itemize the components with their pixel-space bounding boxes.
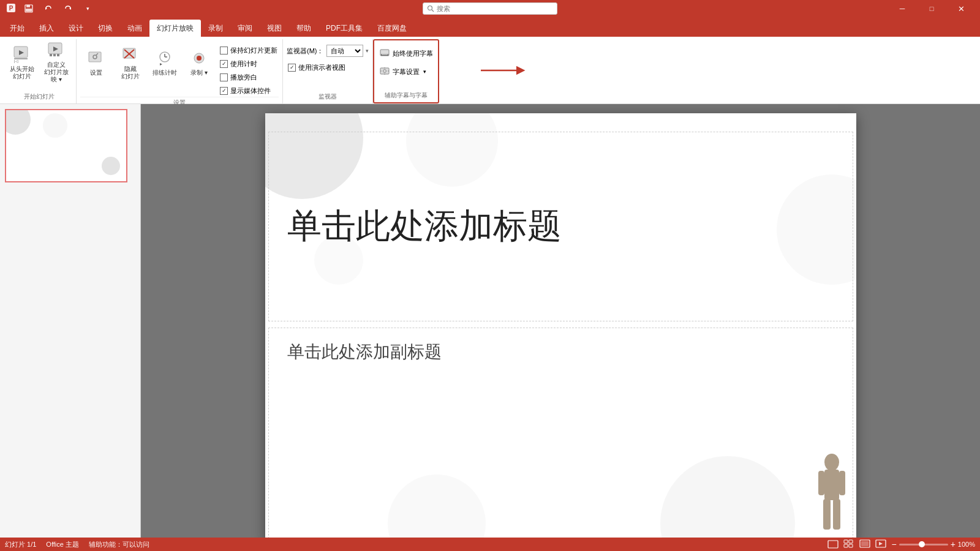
tab-slideshow[interactable]: 幻灯片放映 [149,20,201,37]
hide-slide-icon [121,45,140,64]
monitor-select[interactable]: 自动 [326,45,363,57]
svg-rect-49 [849,540,853,543]
reading-view-btn[interactable] [859,539,870,549]
cb-use-timing-label: 使用计时 [230,59,257,69]
svg-rect-48 [844,540,848,543]
tab-animation[interactable]: 动画 [120,20,149,37]
svg-rect-53 [861,541,869,546]
tab-design[interactable]: 设计 [61,20,91,37]
svg-point-41 [824,454,839,471]
tab-record[interactable]: 录制 [201,20,230,37]
maximize-btn[interactable]: □ [918,0,946,17]
cb-play-narration-box [220,73,228,81]
zoom-track[interactable] [899,544,948,545]
setup-checkboxes: 保持幻灯片更新 使用计时 播放旁白 显示媒体控件 [219,42,279,97]
subtitle-settings-label: 字幕设置 [393,67,420,77]
zoom-slider[interactable]: − + 100% [891,539,975,549]
search-bar[interactable] [423,2,557,15]
svg-rect-18 [89,52,101,62]
cb-use-timing-box [220,60,228,68]
cb-presenter-view-label: 使用演示者视图 [298,63,345,72]
cb-keep-updated-label: 保持幻灯片更新 [230,46,277,55]
slide-title-box[interactable]: 单击此处添加标题 [268,132,853,321]
svg-rect-47 [828,541,838,548]
svg-rect-3 [26,5,30,7]
tab-help[interactable]: 帮助 [289,20,318,37]
minimize-btn[interactable]: ─ [888,0,916,17]
slide-count: 幻灯片 1/1 [5,540,36,549]
subtitle-settings-icon [379,66,390,77]
record-btn[interactable]: 录制 ▾ [183,42,215,83]
hide-slide-label: 隐藏幻灯片 [121,66,140,80]
ribbon-tab-bar: 开始 插入 设计 切换 动画 幻灯片放映 录制 审阅 视图 帮助 PDF工具集 … [0,17,980,37]
canvas-area: 单击此处添加标题 单击此处添加副标题 [141,104,980,551]
custom-slideshow-btn[interactable]: 自定义幻灯片放映 ▾ [40,42,72,83]
undo-quick-btn[interactable] [40,2,56,15]
tab-insert[interactable]: 插入 [32,20,61,37]
normal-view-btn[interactable] [827,540,839,549]
group-monitor-label: 监视器 [318,91,337,101]
svg-text:|◁: |◁ [14,59,18,63]
always-subtitle-label: 始终使用字幕 [393,49,433,58]
svg-point-7 [428,6,432,10]
save-quick-btn[interactable] [21,2,37,15]
cb-keep-updated[interactable]: 保持幻灯片更新 [219,44,279,56]
theme-name: Office 主题 [46,540,79,549]
slide-sorter-btn[interactable] [843,539,854,549]
cb-play-narration[interactable]: 播放旁白 [219,71,279,83]
setup-btn[interactable]: 设置 [80,42,112,83]
zoom-thumb[interactable] [919,541,925,547]
from-beginning-label: 从头开始幻灯片 [10,66,34,80]
subtitle-settings-btn[interactable]: 字幕设置 ▾ [378,64,434,80]
search-icon [427,5,434,12]
cb-use-timing[interactable]: 使用计时 [219,58,279,70]
custom-slideshow-icon [47,42,66,60]
setup-icon [86,48,106,68]
monitor-label: 监视器(M)： [287,47,324,56]
record-label: 录制 ▾ [190,69,208,77]
cb-show-media-label: 显示媒体控件 [230,86,271,96]
tab-view[interactable]: 视图 [260,20,289,37]
zoom-out-icon[interactable]: − [891,539,896,549]
tab-pdf[interactable]: PDF工具集 [318,20,370,37]
cb-show-media-box [220,87,228,95]
cb-presenter-view[interactable]: 使用演示者视图 [287,61,369,73]
rehearse-icon [155,48,175,68]
svg-rect-15 [50,54,52,56]
subtitle-settings-arrow: ▾ [423,69,426,75]
svg-rect-17 [57,54,59,56]
tab-transition[interactable]: 切换 [91,20,120,37]
close-btn[interactable]: ✕ [947,0,975,17]
slide-subtitle-box[interactable]: 单击此处添加副标题 [268,328,853,539]
always-subtitle-btn[interactable]: 始终使用字幕 [378,45,434,61]
tab-baidu[interactable]: 百度网盘 [370,20,414,37]
tab-review[interactable]: 审阅 [230,20,260,37]
zoom-in-icon[interactable]: + [951,539,956,549]
titlebar-left: P ▾ [5,2,96,15]
accessibility-status: 辅助功能：可以访问 [89,540,149,549]
slideshow-view-btn[interactable] [875,539,886,549]
rehearse-btn[interactable]: 排练计时 [149,42,181,83]
tab-start[interactable]: 开始 [2,20,32,37]
customize-qa-btn[interactable]: ▾ [80,2,96,15]
svg-text:P: P [9,5,13,12]
slide-canvas: 单击此处添加标题 单击此处添加副标题 [265,113,856,542]
svg-rect-16 [53,54,56,56]
svg-rect-4 [26,9,32,12]
ribbon-content: |◁ 从头开始幻灯片 自定义幻灯片放映 ▾ [0,37,980,104]
slide-thumb-1[interactable]: 1 [5,109,127,182]
record-icon [189,48,209,68]
subtitle-buttons: 始终使用字幕 字幕设置 ▾ [378,43,434,80]
group-start-label: 开始幻灯片 [24,91,55,101]
svg-rect-46 [833,499,840,530]
redo-quick-btn[interactable] [60,2,76,15]
svg-rect-43 [818,471,824,495]
cb-show-media[interactable]: 显示媒体控件 [219,84,279,97]
svg-rect-42 [824,470,839,500]
app-icon: P [5,2,17,15]
cb-presenter-view-box [288,64,296,72]
search-input[interactable] [437,5,547,12]
from-beginning-btn[interactable]: |◁ 从头开始幻灯片 [6,42,38,83]
hide-slide-btn[interactable]: 隐藏幻灯片 [115,42,146,83]
slide-title: 单击此处添加标题 [287,203,562,250]
